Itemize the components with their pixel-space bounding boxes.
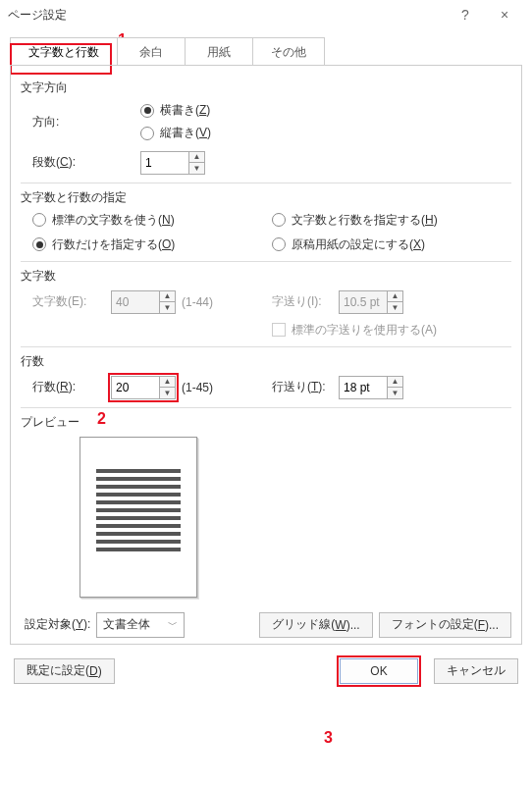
spin-up-icon[interactable]: ▲ <box>160 377 175 388</box>
char-pitch-spinner: ▲ ▼ <box>339 290 403 314</box>
callout-3: 3 <box>324 729 333 747</box>
radio-vertical[interactable]: 縦書き(V) <box>140 125 211 141</box>
radio-horizontal[interactable]: 横書き(Z) <box>140 102 210 119</box>
radio-lines-only-label: 行数だけを指定する(O) <box>52 236 175 253</box>
tab-other[interactable]: その他 <box>252 37 325 65</box>
radio-lines-only[interactable]: 行数だけを指定する(O) <box>32 236 175 253</box>
divider <box>21 407 511 408</box>
default-pitch-label: 標準の字送りを使用する(A) <box>292 322 437 339</box>
spin-down-icon: ▼ <box>160 301 175 313</box>
lines-spinner[interactable]: ▲ ▼ <box>111 376 176 399</box>
spin-down-icon: ▼ <box>388 301 402 313</box>
char-pitch-input <box>340 291 387 313</box>
gridlines-button[interactable]: グリッド線(W)... <box>259 612 372 638</box>
help-button[interactable]: ? <box>446 0 485 29</box>
radio-dot-icon <box>140 104 154 118</box>
chars-range: (1-44) <box>182 295 213 309</box>
callout-2: 2 <box>97 410 106 428</box>
chevron-down-icon: ﹀ <box>168 618 178 632</box>
spin-up-icon[interactable]: ▲ <box>189 152 204 163</box>
char-pitch-label: 字送り(I): <box>272 293 331 310</box>
line-pitch-spinner[interactable]: ▲ ▼ <box>339 376 403 399</box>
section-spec: 文字数と行数の指定 <box>21 189 511 206</box>
spin-down-icon[interactable]: ▼ <box>160 387 175 398</box>
tabs: 文字数と行数 余白 用紙 その他 <box>10 37 532 65</box>
spin-up-icon: ▲ <box>388 291 402 302</box>
section-direction: 文字方向 <box>21 79 511 96</box>
main-panel: 文字方向 方向: 横書き(Z) 縦書き(V) 段数(C): ▲ ▼ <box>10 65 522 645</box>
radio-empty-icon <box>140 127 154 140</box>
radio-chars-and-lines[interactable]: 文字数と行数を指定する(H) <box>272 212 438 229</box>
radio-chars-and-lines-label: 文字数と行数を指定する(H) <box>292 212 438 229</box>
line-pitch-label: 行送り(T): <box>272 379 331 395</box>
spin-down-icon[interactable]: ▼ <box>388 387 402 398</box>
set-default-button[interactable]: 既定に設定(D) <box>14 658 115 684</box>
chars-spinner: ▲ ▼ <box>111 290 176 314</box>
columns-spinner[interactable]: ▲ ▼ <box>140 151 205 175</box>
columns-input[interactable] <box>141 152 188 174</box>
close-button[interactable]: × <box>485 0 524 29</box>
tab-paper[interactable]: 用紙 <box>185 37 253 65</box>
radio-empty-icon <box>272 213 286 227</box>
tab-margins[interactable]: 余白 <box>117 37 186 65</box>
columns-label: 段数(C): <box>32 154 101 171</box>
lines-label: 行数(R): <box>32 379 99 395</box>
spin-down-icon[interactable]: ▼ <box>189 162 204 174</box>
divider <box>21 261 511 262</box>
preview-page-icon <box>80 437 197 598</box>
lines-input[interactable] <box>112 377 159 398</box>
radio-standard-chars-label: 標準の文字数を使う(N) <box>52 212 175 229</box>
window-title: ページ設定 <box>8 7 446 24</box>
radio-empty-icon <box>272 237 286 251</box>
apply-to-label: 設定対象(Y): <box>25 616 90 633</box>
ok-button[interactable]: OK <box>340 658 418 684</box>
cancel-button[interactable]: キャンセル <box>434 658 518 684</box>
divider <box>21 346 511 347</box>
lines-range: (1-45) <box>182 381 213 394</box>
radio-horizontal-label: 横書き(Z) <box>160 102 210 119</box>
apply-to-select[interactable]: 文書全体 ﹀ <box>96 612 185 638</box>
chars-input <box>112 291 159 313</box>
direction-label: 方向: <box>32 114 101 131</box>
spin-up-icon: ▲ <box>160 291 175 302</box>
radio-genkou[interactable]: 原稿用紙の設定にする(X) <box>272 236 425 253</box>
spin-up-icon[interactable]: ▲ <box>388 377 402 388</box>
titlebar: ページ設定 ? × <box>0 0 532 29</box>
radio-standard-chars[interactable]: 標準の文字数を使う(N) <box>32 212 175 229</box>
divider <box>21 183 511 183</box>
radio-vertical-label: 縦書き(V) <box>160 125 211 141</box>
section-preview: プレビュー <box>21 414 511 431</box>
radio-dot-icon <box>32 237 46 251</box>
apply-to-value: 文書全体 <box>103 616 150 633</box>
font-settings-button[interactable]: フォントの設定(F)... <box>379 612 511 638</box>
tab-chars-lines[interactable]: 文字数と行数 <box>10 37 118 65</box>
default-pitch-checkbox <box>272 323 286 337</box>
radio-genkou-label: 原稿用紙の設定にする(X) <box>292 236 425 253</box>
chars-count-label: 文字数(E): <box>32 293 99 310</box>
section-chars: 文字数 <box>21 268 511 285</box>
section-lines: 行数 <box>21 353 511 370</box>
radio-empty-icon <box>32 213 46 227</box>
line-pitch-input[interactable] <box>340 377 387 398</box>
